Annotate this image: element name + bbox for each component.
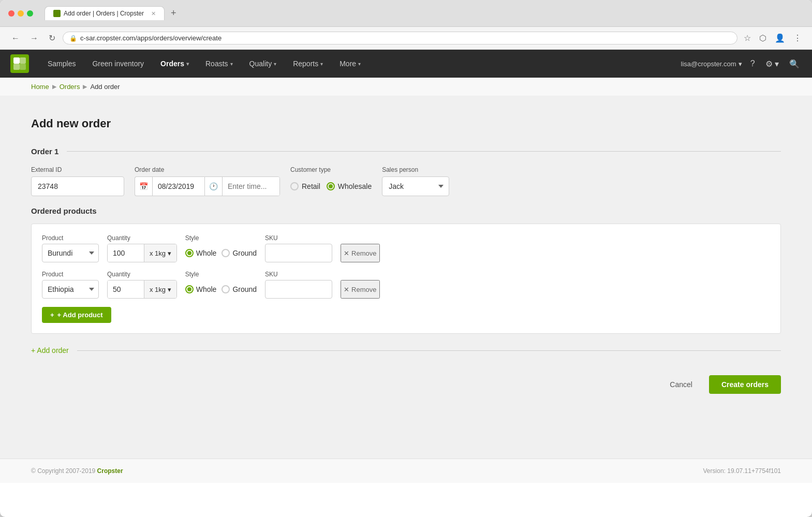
footer-actions: Cancel Create orders xyxy=(31,367,781,402)
sales-person-select[interactable]: Jack Lisa Tom xyxy=(382,176,449,196)
whole-radio-btn-1[interactable] xyxy=(185,249,194,257)
browser-toolbar: ← → ↻ 🔒 c-sar.cropster.com/apps/orders/o… xyxy=(0,27,812,50)
ground-radio-btn-1[interactable] xyxy=(222,249,230,257)
favicon-icon xyxy=(53,10,61,17)
app-logo[interactable] xyxy=(10,54,29,73)
close-button[interactable] xyxy=(8,10,14,17)
tab-close-icon[interactable]: ✕ xyxy=(151,10,156,17)
profile-icon[interactable]: 👤 xyxy=(773,31,787,45)
sku-label-1: SKU xyxy=(265,234,332,242)
breadcrumb-home[interactable]: Home xyxy=(31,83,49,91)
table-row: Product Burundi Ethiopia Colombia Kenya … xyxy=(42,271,770,299)
ground-radio-2[interactable]: Ground xyxy=(222,285,257,293)
product-label-1: Product xyxy=(42,234,99,242)
refresh-button[interactable]: ↻ xyxy=(46,31,58,45)
retail-radio-btn[interactable] xyxy=(290,182,299,190)
nav-item-reports[interactable]: Reports ▾ xyxy=(285,50,331,78)
new-tab-button[interactable]: + xyxy=(169,8,179,19)
order-time-input[interactable] xyxy=(223,177,279,196)
breadcrumb-sep-2: ▶ xyxy=(83,83,87,90)
remove-icon-1: ✕ xyxy=(344,249,349,257)
minimize-button[interactable] xyxy=(18,10,24,17)
add-order-link[interactable]: + Add order xyxy=(31,346,69,354)
external-id-label: External ID xyxy=(31,166,124,173)
product-select-2[interactable]: Burundi Ethiopia Colombia Kenya xyxy=(42,280,99,299)
address-bar[interactable]: 🔒 c-sar.cropster.com/apps/orders/overvie… xyxy=(63,32,737,45)
user-menu[interactable]: lisa@cropster.com ▾ xyxy=(681,60,742,68)
quantity-input-2[interactable] xyxy=(108,280,144,298)
product-label-2: Product xyxy=(42,271,99,278)
ground-radio-btn-2[interactable] xyxy=(222,285,230,293)
help-button[interactable]: ? xyxy=(748,57,757,70)
security-icon: 🔒 xyxy=(69,35,77,42)
svg-rect-2 xyxy=(13,64,20,70)
order-date-label: Order date xyxy=(135,166,280,173)
remove-button-1[interactable]: ✕ Remove xyxy=(341,244,379,262)
nav-item-more[interactable]: More ▾ xyxy=(331,50,369,78)
wholesale-radio[interactable]: Wholesale xyxy=(327,182,372,190)
breadcrumb-orders[interactable]: Orders xyxy=(60,83,80,91)
nav-item-quality[interactable]: Quality ▾ xyxy=(241,50,285,78)
order-section-header: Order 1 xyxy=(31,147,781,156)
cast-icon[interactable]: ⬡ xyxy=(757,31,769,45)
retail-radio[interactable]: Retail xyxy=(290,182,320,190)
remove-icon-2: ✕ xyxy=(344,286,349,293)
sku-input-1[interactable] xyxy=(265,244,332,262)
section-divider xyxy=(67,151,781,152)
order-date-input[interactable] xyxy=(153,177,204,196)
quantity-input-1[interactable] xyxy=(108,244,144,262)
breadcrumb: Home ▶ Orders ▶ Add order xyxy=(0,78,812,96)
remove-col-1: . ✕ Remove xyxy=(341,234,379,262)
quantity-unit-btn-1[interactable]: x 1kg ▾ xyxy=(144,244,176,262)
svg-rect-0 xyxy=(13,57,20,64)
clock-icon: 🕐 xyxy=(205,177,223,196)
nav-items: Samples Green inventory Orders ▾ Roasts … xyxy=(39,50,681,78)
remove-button-2[interactable]: ✕ Remove xyxy=(341,280,379,299)
order-section: Order 1 External ID Order date 📅 xyxy=(31,147,781,402)
nav-item-orders[interactable]: Orders ▾ xyxy=(152,50,197,78)
nav-item-samples[interactable]: Samples xyxy=(39,50,84,78)
more-dropdown-arrow: ▾ xyxy=(358,61,361,67)
main-content: Add new order Order 1 External ID Order … xyxy=(0,96,812,459)
order-date-input-wrap[interactable]: 📅 xyxy=(135,176,204,196)
footer-brand: Cropster xyxy=(97,467,123,475)
product-select-1[interactable]: Burundi Ethiopia Colombia Kenya xyxy=(42,244,99,262)
menu-icon[interactable]: ⋮ xyxy=(791,31,804,45)
bookmark-icon[interactable]: ☆ xyxy=(742,31,753,45)
user-dropdown-arrow: ▾ xyxy=(739,60,742,68)
nav-item-green-inventory[interactable]: Green inventory xyxy=(84,50,152,78)
forward-button[interactable]: → xyxy=(27,32,41,45)
sales-person-label: Sales person xyxy=(382,166,449,173)
whole-radio-1[interactable]: Whole xyxy=(185,249,217,257)
active-tab[interactable]: Add order | Orders | Cropster ✕ xyxy=(45,6,165,20)
wholesale-radio-btn[interactable] xyxy=(327,182,335,190)
style-col-1: Style Whole Ground xyxy=(185,234,257,262)
ground-radio-1[interactable]: Ground xyxy=(222,249,257,257)
quantity-label-2: Quantity xyxy=(107,271,177,278)
order-date-group: Order date 📅 🕐 xyxy=(135,166,280,196)
add-product-button[interactable]: + + Add product xyxy=(42,307,111,323)
quantity-col-2: Quantity x 1kg ▾ xyxy=(107,271,177,299)
create-orders-button[interactable]: Create orders xyxy=(709,375,781,394)
footer-version: Version: 19.07.11+7754f101 xyxy=(703,467,781,475)
back-button[interactable]: ← xyxy=(8,32,23,45)
roasts-dropdown-arrow: ▾ xyxy=(230,61,233,67)
search-button[interactable]: 🔍 xyxy=(787,57,802,71)
style-radio-group-2: Whole Ground xyxy=(185,280,257,299)
customer-type-label: Customer type xyxy=(290,166,372,173)
cancel-button[interactable]: Cancel xyxy=(661,376,701,393)
customer-type-radio-group: Retail Wholesale xyxy=(290,176,372,196)
sku-input-2[interactable] xyxy=(265,280,332,299)
whole-radio-2[interactable]: Whole xyxy=(185,285,217,293)
quantity-col-1: Quantity x 1kg ▾ xyxy=(107,234,177,262)
ordered-products-label: Ordered products xyxy=(31,206,781,215)
page-title: Add new order xyxy=(31,117,781,130)
maximize-button[interactable] xyxy=(27,10,33,17)
plus-icon: + xyxy=(50,311,54,319)
nav-item-roasts[interactable]: Roasts ▾ xyxy=(197,50,241,78)
settings-button[interactable]: ⚙ ▾ xyxy=(763,57,781,71)
external-id-input[interactable] xyxy=(31,176,124,196)
quantity-unit-btn-2[interactable]: x 1kg ▾ xyxy=(144,280,176,298)
order-time-input-wrap[interactable]: 🕐 xyxy=(204,176,280,196)
whole-radio-btn-2[interactable] xyxy=(185,285,194,293)
